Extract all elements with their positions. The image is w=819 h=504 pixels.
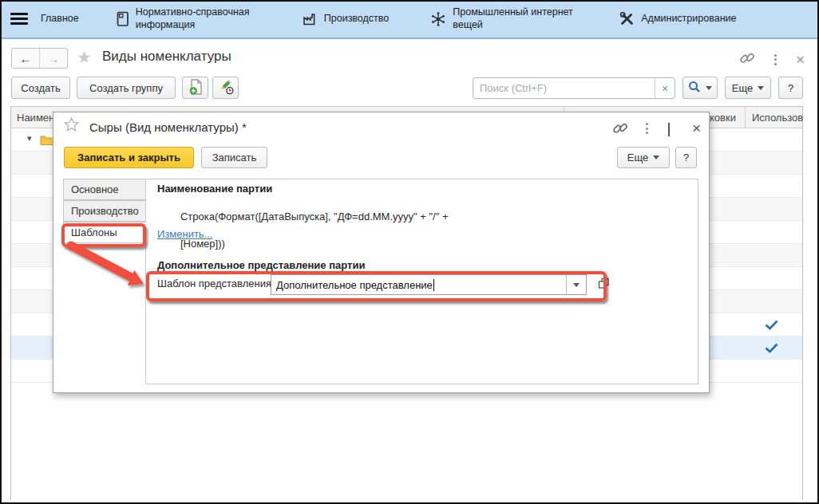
open-value-icon[interactable] <box>598 278 610 292</box>
chevron-down-icon <box>758 86 764 90</box>
column-header-name[interactable]: Наимен <box>17 112 54 124</box>
text-caret <box>433 279 434 291</box>
search-box: × <box>473 77 675 99</box>
book-icon <box>116 11 129 27</box>
menu-label: Главное <box>41 13 79 26</box>
checkmark-icon <box>765 343 778 356</box>
create-group-button[interactable]: Создать группу <box>77 77 176 99</box>
menu-item-production[interactable]: Производство <box>302 12 390 26</box>
favorite-star-outline-icon[interactable] <box>64 117 79 134</box>
forward-button[interactable]: → <box>40 49 67 68</box>
menu-item-iot[interactable]: Промышленный интернет вещей <box>430 6 580 31</box>
copy-item-button[interactable] <box>182 77 208 99</box>
dialog-get-link-icon[interactable] <box>612 120 628 139</box>
menu-item-main[interactable]: Главное <box>41 13 79 26</box>
save-button[interactable]: Записать <box>201 147 267 168</box>
templates-panel: Наименование партии Строка(Формат([ДатаВ… <box>145 179 698 384</box>
magnifier-icon <box>688 81 701 96</box>
template-representation-input[interactable]: Дополнительное представление <box>271 274 587 295</box>
more-menu-icon[interactable] <box>774 54 777 65</box>
menu-label: Промышленный интернет вещей <box>453 6 580 31</box>
chevron-down-icon <box>706 86 712 90</box>
search-options-button[interactable] <box>682 77 718 99</box>
get-link-icon[interactable] <box>739 50 755 69</box>
top-menu-bar: Главное Нормативно-справочная информация… <box>0 0 819 39</box>
page-title: Виды номенклатуры <box>102 49 231 65</box>
iot-icon <box>430 11 446 27</box>
field-dropdown-button[interactable] <box>566 275 586 294</box>
edit-history-button[interactable] <box>212 77 239 99</box>
search-clear-icon[interactable]: × <box>655 78 675 98</box>
dialog-help-button[interactable]: ? <box>675 147 697 168</box>
tab-templates[interactable]: Шаблоны <box>63 222 147 243</box>
copy-document-icon <box>188 78 204 98</box>
save-and-close-button[interactable]: Записать и закрыть <box>64 147 194 168</box>
nomenclature-type-dialog: Сыры (Вид номенклатуры) * × Записать и з… <box>53 112 710 393</box>
dialog-more-button[interactable]: Еще <box>617 147 670 168</box>
search-input[interactable] <box>473 78 655 98</box>
close-list-icon[interactable]: × <box>796 54 805 65</box>
hamburger-menu-icon[interactable] <box>10 13 28 25</box>
column-header-characteristics[interactable]: Использов <box>752 112 803 124</box>
menu-item-nsi[interactable]: Нормативно-справочная информация <box>116 6 263 31</box>
chevron-down-icon <box>573 283 580 287</box>
help-button[interactable]: ? <box>778 77 803 99</box>
checkmark-icon <box>765 320 778 333</box>
factory-icon <box>302 12 318 26</box>
menu-item-administration[interactable]: Администрирование <box>619 11 736 27</box>
batch-view-heading: Дополнительное представление партии <box>157 259 365 271</box>
dialog-close-icon[interactable]: × <box>692 124 701 133</box>
menu-label: Производство <box>324 13 390 26</box>
chevron-down-icon <box>653 156 659 159</box>
title-row: ← → ★ Виды номенклатуры × <box>0 39 819 71</box>
tab-production[interactable]: Производство <box>63 200 146 222</box>
dialog-title: Сыры (Вид номенклатуры) * <box>89 120 247 134</box>
create-button[interactable]: Создать <box>11 77 70 99</box>
template-field-label: Шаблон представления: <box>157 278 275 289</box>
pencil-clock-icon <box>217 79 235 97</box>
dialog-maximize-icon[interactable] <box>668 124 670 136</box>
batch-name-heading: Наименование партии <box>157 183 272 195</box>
dialog-more-menu-icon[interactable] <box>646 123 648 134</box>
history-nav: ← → <box>11 48 68 69</box>
menu-label: Администрирование <box>641 13 736 26</box>
tab-main[interactable]: Основное <box>63 179 146 200</box>
menu-label: Нормативно-справочная информация <box>136 6 263 31</box>
favorite-star-icon[interactable]: ★ <box>77 49 92 65</box>
column-header-packaging[interactable]: ковки <box>710 112 736 124</box>
tools-icon <box>619 11 635 27</box>
more-button[interactable]: Еще <box>725 77 771 99</box>
application-window: Главное Нормативно-справочная информация… <box>0 0 819 504</box>
expander-icon[interactable]: ▾ <box>27 133 32 144</box>
edit-template-link[interactable]: Изменить... <box>157 228 212 240</box>
back-button[interactable]: ← <box>12 49 40 68</box>
